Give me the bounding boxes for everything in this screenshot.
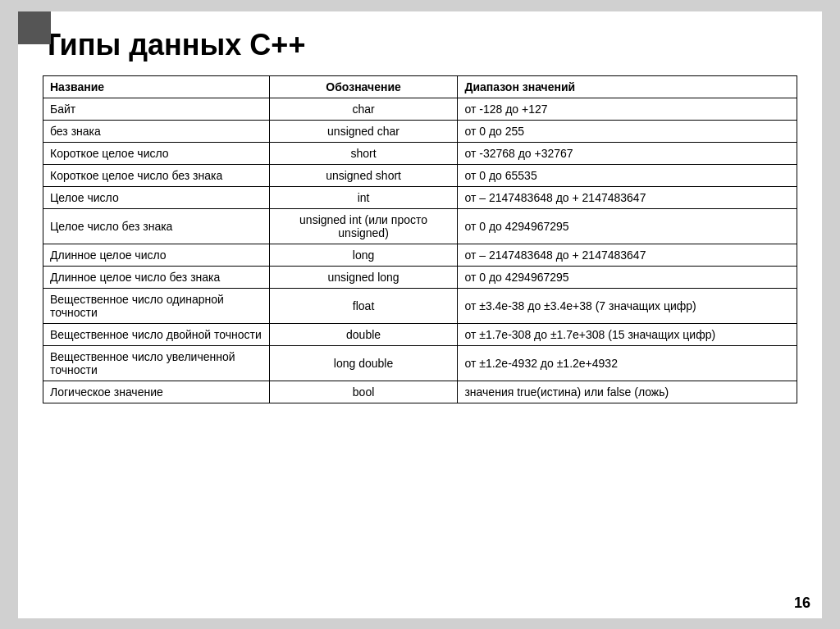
col-header-notation: Обозначение — [269, 75, 458, 98]
col-header-range: Диапазон значений — [458, 75, 797, 98]
table-row: Длинное целое числоlongот – 2147483648 д… — [43, 244, 797, 266]
cell-r0-c2: от -128 до +127 — [458, 98, 797, 120]
table-header-row: Название Обозначение Диапазон значений — [43, 75, 797, 98]
cell-r10-c1: long double — [269, 345, 458, 381]
table-row: Вещественное число увеличенной точностиl… — [43, 345, 797, 381]
table-row: без знакаunsigned charот 0 до 255 — [43, 120, 797, 142]
table-row: Байтcharот -128 до +127 — [43, 98, 797, 120]
cell-r11-c1: bool — [269, 381, 458, 403]
table-row: Целое число без знакаunsigned int (или п… — [43, 208, 797, 244]
cell-r9-c2: от ±1.7е-308 до ±1.7е+308 (15 значащих ц… — [458, 323, 797, 345]
cell-r0-c0: Байт — [43, 98, 270, 120]
cell-r2-c2: от -32768 до +32767 — [458, 142, 797, 164]
cell-r4-c1: int — [269, 186, 458, 208]
cell-r6-c2: от – 2147483648 до + 2147483647 — [458, 244, 797, 266]
table-row: Длинное целое число без знакаunsigned lo… — [43, 266, 797, 288]
table-row: Короткое целое число без знакаunsigned s… — [43, 164, 797, 186]
cell-r9-c0: Вещественное число двойной точности — [43, 323, 270, 345]
cell-r3-c0: Короткое целое число без знака — [43, 164, 270, 186]
cell-r11-c2: значения true(истина) или false (ложь) — [458, 381, 797, 403]
corner-decoration — [18, 11, 51, 44]
table-row: Вещественное число одинарной точностиflo… — [43, 288, 797, 323]
table-row: Вещественное число двойной точностиdoubl… — [43, 323, 797, 345]
cell-r1-c1: unsigned char — [269, 120, 458, 142]
cell-r5-c1: unsigned int (или просто unsigned) — [269, 208, 458, 244]
cell-r3-c1: unsigned short — [269, 164, 458, 186]
page-title: Типы данных С++ — [43, 28, 797, 62]
cell-r8-c1: float — [269, 288, 458, 323]
cell-r6-c1: long — [269, 244, 458, 266]
cell-r5-c0: Целое число без знака — [43, 208, 270, 244]
cell-r8-c2: от ±3.4е-38 до ±3.4е+38 (7 значащих цифр… — [458, 288, 797, 323]
cell-r1-c0: без знака — [43, 120, 270, 142]
cell-r0-c1: char — [269, 98, 458, 120]
slide: Типы данных С++ Название Обозначение Диа… — [18, 11, 822, 618]
cell-r7-c2: от 0 до 4294967295 — [458, 266, 797, 288]
cell-r8-c0: Вещественное число одинарной точности — [43, 288, 270, 323]
cell-r9-c1: double — [269, 323, 458, 345]
page-number: 16 — [794, 595, 810, 612]
cell-r7-c0: Длинное целое число без знака — [43, 266, 270, 288]
cell-r5-c2: от 0 до 4294967295 — [458, 208, 797, 244]
cell-r1-c2: от 0 до 255 — [458, 120, 797, 142]
cell-r4-c2: от – 2147483648 до + 2147483647 — [458, 186, 797, 208]
cell-r6-c0: Длинное целое число — [43, 244, 270, 266]
cell-r2-c1: short — [269, 142, 458, 164]
cell-r4-c0: Целое число — [43, 186, 270, 208]
table-row: Целое числоintот – 2147483648 до + 21474… — [43, 186, 797, 208]
cell-r3-c2: от 0 до 65535 — [458, 164, 797, 186]
cell-r10-c2: от ±1.2е-4932 до ±1.2е+4932 — [458, 345, 797, 381]
cell-r2-c0: Короткое целое число — [43, 142, 270, 164]
cell-r10-c0: Вещественное число увеличенной точности — [43, 345, 270, 381]
cell-r11-c0: Логическое значение — [43, 381, 270, 403]
data-types-table: Название Обозначение Диапазон значений Б… — [43, 75, 797, 403]
table-row: Короткое целое числоshortот -32768 до +3… — [43, 142, 797, 164]
cell-r7-c1: unsigned long — [269, 266, 458, 288]
table-row: Логическое значениеboolзначения true(ист… — [43, 381, 797, 403]
col-header-name: Название — [43, 75, 270, 98]
